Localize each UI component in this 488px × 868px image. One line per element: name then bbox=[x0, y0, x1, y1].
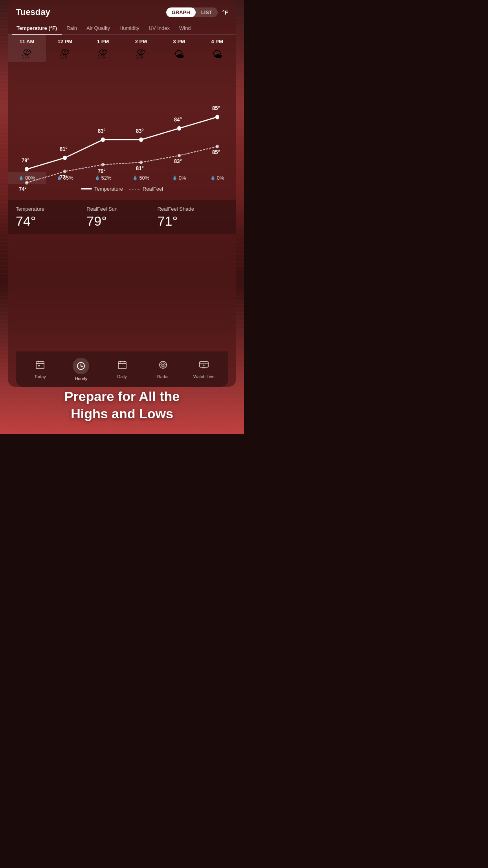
weather-icon-0: ⛈ bbox=[22, 48, 32, 61]
precip-col-5: 💧 0% bbox=[198, 172, 236, 184]
tab-wind[interactable]: Wind bbox=[174, 22, 196, 34]
graph-toggle-btn[interactable]: GRAPH bbox=[166, 7, 196, 17]
stat-realfeel-sun-value: 79° bbox=[86, 213, 157, 229]
hour-col-4: 3 PM 🌤 bbox=[160, 35, 198, 62]
precip-col-1: 💧 65% bbox=[46, 172, 84, 184]
tab-rain[interactable]: Rain bbox=[62, 22, 82, 34]
svg-rect-43 bbox=[200, 362, 208, 367]
svg-rect-28 bbox=[38, 365, 40, 366]
svg-point-8 bbox=[101, 163, 105, 166]
nav-daily[interactable]: Daily bbox=[101, 360, 142, 379]
tab-temperature[interactable]: Temperature (°F) bbox=[12, 22, 62, 34]
hour-label-4: 3 PM bbox=[173, 39, 185, 44]
nav-watch-live[interactable]: Watch Live bbox=[183, 360, 224, 379]
nav-radar[interactable]: Radar bbox=[143, 360, 183, 379]
drop-icon-0: 💧 bbox=[18, 175, 24, 180]
svg-point-4 bbox=[177, 126, 181, 131]
svg-point-1 bbox=[63, 156, 67, 160]
legend-temperature: Temperature bbox=[81, 186, 123, 192]
unit-label: °F bbox=[222, 9, 228, 16]
daily-icon bbox=[117, 360, 127, 372]
nav-hourly[interactable]: Hourly bbox=[61, 358, 101, 381]
stat-realfeel-shade: RealFeel Shade 71° bbox=[158, 206, 228, 229]
hour-label-3: 2 PM bbox=[135, 39, 147, 44]
svg-text:85°: 85° bbox=[212, 105, 220, 111]
svg-marker-45 bbox=[203, 364, 205, 366]
hour-label-1: 12 PM bbox=[57, 39, 72, 44]
svg-text:81°: 81° bbox=[136, 165, 144, 171]
svg-text:79°: 79° bbox=[22, 157, 29, 164]
svg-point-2 bbox=[101, 138, 105, 142]
svg-point-38 bbox=[162, 364, 164, 366]
view-toggle[interactable]: GRAPH LIST bbox=[166, 7, 218, 17]
stat-realfeel-shade-label: RealFeel Shade bbox=[158, 206, 228, 212]
drop-icon-2: 💧 bbox=[95, 175, 100, 180]
precip-col-0: 💧 80% bbox=[8, 172, 46, 184]
hour-col-3: 2 PM ⛈ bbox=[122, 35, 160, 62]
nav-today[interactable]: Today bbox=[20, 360, 61, 379]
hours-row: 11 AM ⛈ 12 PM ⛈ 1 PM ⛈ 2 PM ⛈ 3 PM 🌤 bbox=[8, 35, 236, 62]
watch-live-icon bbox=[199, 360, 209, 372]
svg-point-11 bbox=[216, 145, 219, 148]
svg-text:83°: 83° bbox=[98, 127, 106, 134]
tab-humidity[interactable]: Humidity bbox=[115, 22, 144, 34]
legend-row: Temperature RealFeel bbox=[8, 183, 236, 197]
svg-text:83°: 83° bbox=[136, 127, 144, 134]
stat-realfeel-shade-value: 71° bbox=[158, 213, 228, 229]
drop-icon-1: 💧 bbox=[57, 175, 62, 180]
precip-row: 💧 80% 💧 65% 💧 52% bbox=[8, 172, 236, 184]
hour-label-2: 1 PM bbox=[97, 39, 109, 44]
svg-line-31 bbox=[81, 366, 83, 367]
weather-icon-2: ⛈ bbox=[98, 48, 108, 61]
app-card: Tuesday GRAPH LIST °F Temperature (°F) R… bbox=[8, 0, 236, 387]
nav-watch-live-label: Watch Live bbox=[193, 374, 215, 379]
nav-hourly-label: Hourly bbox=[75, 376, 87, 381]
precip-value-5: 💧 0% bbox=[210, 175, 224, 181]
precip-value-4: 💧 0% bbox=[172, 175, 186, 181]
legend-solid-line bbox=[81, 188, 92, 189]
svg-point-3 bbox=[139, 138, 143, 142]
svg-point-10 bbox=[178, 154, 181, 157]
stats-section: Temperature 74° RealFeel Sun 79° RealFee… bbox=[8, 200, 236, 234]
legend-dotted-line bbox=[129, 189, 140, 189]
precip-col-4: 💧 0% bbox=[160, 172, 198, 184]
stat-temperature-value: 74° bbox=[16, 213, 86, 229]
svg-point-5 bbox=[215, 115, 219, 120]
today-icon bbox=[35, 360, 45, 372]
hour-col-0: 11 AM ⛈ bbox=[8, 35, 46, 62]
precip-value-1: 💧 65% bbox=[57, 175, 73, 181]
stat-temperature-label: Temperature bbox=[16, 206, 86, 212]
svg-text:83°: 83° bbox=[174, 158, 182, 164]
hour-col-2: 1 PM ⛈ bbox=[84, 35, 122, 62]
hourly-icon-circle bbox=[73, 358, 89, 374]
precip-col-3: 💧 50% bbox=[122, 172, 160, 184]
nav-daily-label: Daily bbox=[117, 374, 127, 379]
precip-col-2: 💧 52% bbox=[84, 172, 122, 184]
svg-point-9 bbox=[139, 160, 143, 164]
svg-point-0 bbox=[25, 167, 29, 172]
background: Tuesday GRAPH LIST °F Temperature (°F) R… bbox=[0, 0, 244, 434]
weather-icon-3: ⛈ bbox=[136, 48, 146, 61]
drop-icon-5: 💧 bbox=[210, 175, 216, 180]
svg-text:84°: 84° bbox=[174, 116, 182, 123]
nav-radar-label: Radar bbox=[157, 374, 169, 379]
hour-col-1: 12 PM ⛈ bbox=[46, 35, 84, 62]
svg-text:81°: 81° bbox=[60, 145, 68, 152]
precip-value-3: 💧 50% bbox=[132, 175, 149, 181]
stat-realfeel-sun-label: RealFeel Sun bbox=[86, 206, 157, 212]
svg-rect-32 bbox=[118, 362, 126, 369]
legend-realfeel: RealFeel bbox=[129, 186, 163, 192]
precip-value-2: 💧 52% bbox=[95, 175, 112, 181]
stat-realfeel-sun: RealFeel Sun 79° bbox=[86, 206, 157, 229]
nav-today-label: Today bbox=[34, 374, 46, 379]
hour-col-5: 4 PM 🌤 bbox=[198, 35, 236, 62]
tab-air-quality[interactable]: Air Quality bbox=[82, 22, 115, 34]
radar-icon bbox=[158, 360, 168, 372]
bottom-nav: Today Hourly bbox=[16, 351, 228, 387]
tab-bar: Temperature (°F) Rain Air Quality Humidi… bbox=[8, 22, 236, 35]
svg-rect-24 bbox=[36, 362, 44, 369]
list-toggle-btn[interactable]: LIST bbox=[196, 7, 218, 17]
tab-uv-index[interactable]: UV Index bbox=[144, 22, 174, 34]
drop-icon-3: 💧 bbox=[132, 175, 138, 180]
svg-text:85°: 85° bbox=[212, 149, 220, 155]
